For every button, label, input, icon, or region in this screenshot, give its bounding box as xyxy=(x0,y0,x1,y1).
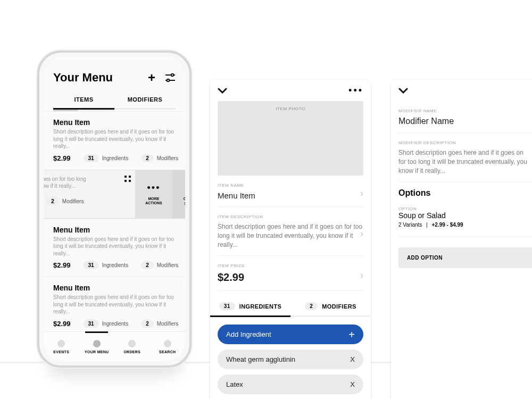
nav-label: ORDERS xyxy=(123,350,140,354)
change-status-button[interactable]: CHANGE STATUS xyxy=(172,170,185,218)
modifier-description-field[interactable]: MODIFIER DESCRIPTION Short description g… xyxy=(398,133,532,182)
item-photo-label: ITEM PHOTO xyxy=(276,106,305,111)
page-title: Your Menu xyxy=(53,71,113,85)
grid-icon[interactable] xyxy=(119,174,136,183)
collapse-icon[interactable] xyxy=(218,85,227,96)
nav-your-menu[interactable]: YOUR MENU xyxy=(79,332,115,361)
tab-modifiers[interactable]: 2 MODIFIERS xyxy=(290,299,371,317)
remove-icon[interactable]: X xyxy=(350,380,355,388)
modifiers-label: Modifiers xyxy=(62,198,84,204)
nav-icon xyxy=(128,340,136,347)
filter-icon[interactable] xyxy=(165,73,176,82)
item-description: Short description goes here and if it go… xyxy=(53,128,176,150)
item-title: Menu Item xyxy=(53,284,176,292)
nav-events[interactable]: EVENTS xyxy=(44,332,79,361)
list-item[interactable]: Menu Item Short description goes here an… xyxy=(44,277,185,335)
svg-point-3 xyxy=(167,79,170,82)
chevron-right-icon: › xyxy=(360,188,363,199)
modifiers-count: 2 xyxy=(141,154,154,162)
field-label: ITEM NAME xyxy=(218,183,363,188)
ingredient-chip[interactable]: Latex X xyxy=(218,375,363,394)
field-value: Modifier Name xyxy=(398,117,532,126)
item-description: Short description goes here and if it go… xyxy=(53,236,176,257)
more-actions-button[interactable]: ••• MORE ACTIONS xyxy=(135,170,172,218)
option-row[interactable]: OPTION Soup or Salad 2 Variants | +2.99 … xyxy=(398,201,532,237)
option-subtitle: 2 Variants | +2.99 - $4.99 xyxy=(398,222,532,228)
option-label: OPTION xyxy=(398,206,532,211)
modifiers-count: 2 xyxy=(46,197,59,205)
add-option-label: ADD OPTION xyxy=(407,255,443,261)
plus-icon: + xyxy=(348,332,355,337)
nav-icon xyxy=(57,340,65,347)
nav-label: SEARCH xyxy=(159,350,176,354)
add-ingredient-button[interactable]: Add Ingredient + xyxy=(218,325,363,344)
add-ingredient-label: Add Ingredient xyxy=(226,330,271,338)
tab-ingredients[interactable]: 31 INGREDIENTS xyxy=(210,299,290,317)
field-value: Short description goes here and if it go… xyxy=(218,222,363,249)
modifiers-label: Modifiers xyxy=(157,155,179,161)
tab-label: MODIFIERS xyxy=(322,303,356,310)
nav-search[interactable]: SEARCH xyxy=(150,332,186,361)
item-price-field[interactable]: ITEM PRICE $2.99 › xyxy=(218,256,363,290)
ingredients-label: Ingredients xyxy=(102,321,128,327)
tab-label: INGREDIENTS xyxy=(239,303,282,310)
item-photo-placeholder[interactable]: ITEM PHOTO xyxy=(218,101,363,176)
field-label: MODIFIER NAME xyxy=(398,109,532,113)
separator: | xyxy=(426,222,428,228)
option-name: Soup or Salad xyxy=(398,211,532,220)
ingredients-label: Ingredients xyxy=(102,262,128,268)
modifiers-label: Modifiers xyxy=(157,321,179,327)
ingredient-list: Add Ingredient + Wheat germ agglutinin X… xyxy=(218,325,363,394)
tab-items[interactable]: ITEMS xyxy=(53,92,114,110)
ingredients-label: Ingredients xyxy=(102,155,128,161)
detail-tabs: 31 INGREDIENTS 2 MODIFIERS xyxy=(210,299,371,317)
header: Your Menu + ITEMS MODIFIERS xyxy=(44,57,185,111)
field-label: MODIFIER DESCRIPTION xyxy=(398,140,532,145)
add-option-button[interactable]: ADD OPTION xyxy=(398,247,532,268)
ingredients-count: 31 xyxy=(219,302,235,310)
modifiers-count: 2 xyxy=(141,320,154,328)
remove-icon[interactable]: X xyxy=(350,355,355,363)
screen-menu-list: Your Menu + ITEMS MODIFIERS Menu Item Sh… xyxy=(44,57,185,361)
bottom-nav: EVENTS YOUR MENU ORDERS SEARCH xyxy=(44,331,185,361)
list-item-swiped[interactable]: e and if it goes on for too long ally, y… xyxy=(44,170,185,219)
option-price-range: +2.99 - $4.99 xyxy=(431,222,463,228)
tab-modifiers[interactable]: MODIFIERS xyxy=(114,92,176,110)
item-name-field[interactable]: ITEM NAME Menu Item › xyxy=(218,176,363,207)
field-label: ITEM DESCRIPTION xyxy=(218,214,363,219)
item-price: $2.99 xyxy=(53,261,71,269)
ingredients-count: 31 xyxy=(84,261,99,269)
item-description-field[interactable]: ITEM DESCRIPTION Short description goes … xyxy=(218,207,363,256)
nav-label: YOUR MENU xyxy=(85,350,109,354)
modifier-name-field[interactable]: MODIFIER NAME Modifier Name xyxy=(398,101,532,133)
add-icon[interactable]: + xyxy=(148,71,155,84)
nav-icon xyxy=(93,340,101,347)
phone-frame: Your Menu + ITEMS MODIFIERS Menu Item Sh… xyxy=(37,51,192,368)
svg-point-2 xyxy=(171,74,174,77)
svg-rect-6 xyxy=(124,180,127,182)
svg-rect-5 xyxy=(129,176,131,178)
more-actions-label: MORE ACTIONS xyxy=(145,197,162,206)
screen-modifier-detail: MODIFIER NAME Modifier Name MODIFIER DES… xyxy=(391,80,532,399)
ingredient-chip[interactable]: Wheat germ agglutinin X xyxy=(218,350,363,369)
options-heading: Options xyxy=(398,188,532,198)
tabs: ITEMS MODIFIERS xyxy=(53,92,176,110)
menu-list[interactable]: Menu Item Short description goes here an… xyxy=(44,111,185,345)
more-icon: ••• xyxy=(147,182,161,194)
modifiers-label: Modifiers xyxy=(157,262,179,268)
chevron-right-icon: › xyxy=(360,228,363,239)
nav-icon xyxy=(164,340,171,347)
collapse-icon[interactable] xyxy=(398,85,408,96)
ingredients-count: 31 xyxy=(84,320,99,328)
option-variants: 2 Variants xyxy=(398,222,422,228)
list-item[interactable]: Menu Item Short description goes here an… xyxy=(44,111,185,170)
screen-item-detail: ••• ITEM PHOTO ITEM NAME Menu Item › ITE… xyxy=(210,80,371,399)
nav-orders[interactable]: ORDERS xyxy=(114,332,150,361)
modifiers-count: 2 xyxy=(141,261,154,269)
ingredient-name: Wheat germ agglutinin xyxy=(226,355,295,363)
field-label: ITEM PRICE xyxy=(218,263,363,268)
change-status-label: CHANGE STATUS xyxy=(184,197,185,206)
more-icon[interactable]: ••• xyxy=(348,85,363,96)
list-item[interactable]: Menu Item Short description goes here an… xyxy=(44,219,185,277)
nav-label: EVENTS xyxy=(53,350,69,354)
